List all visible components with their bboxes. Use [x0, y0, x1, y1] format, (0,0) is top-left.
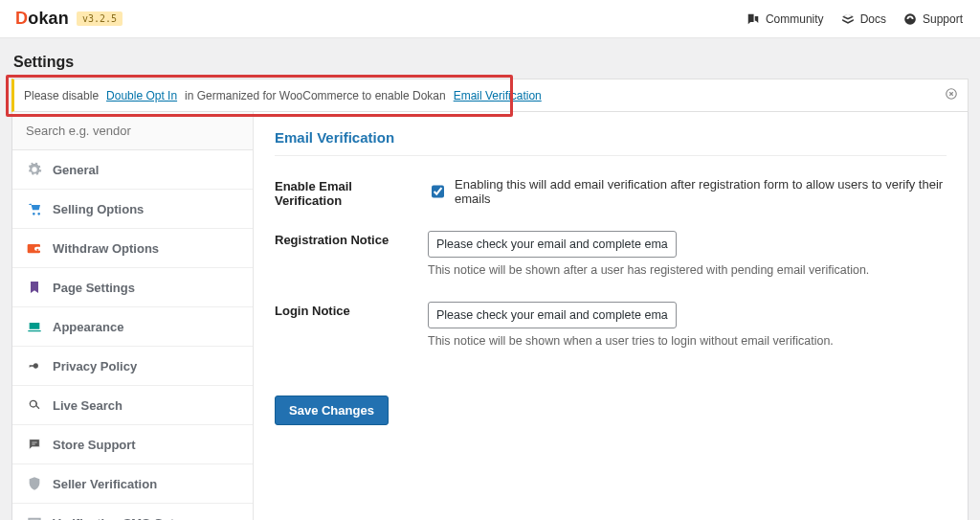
- notice-text-pre: Please disable: [24, 89, 99, 102]
- link-docs[interactable]: Docs: [841, 12, 886, 26]
- topbar: Dokan v3.2.5 Community Docs Support: [0, 0, 980, 38]
- enable-checkbox[interactable]: [432, 185, 444, 198]
- field-label-enable: Enable Email Verification: [275, 170, 428, 223]
- shield-icon: [26, 475, 43, 492]
- cart-icon: [26, 200, 43, 217]
- sidebar-item-selling-options[interactable]: Selling Options: [12, 190, 253, 229]
- enable-desc: Enabling this will add email verificatio…: [455, 177, 947, 206]
- support-icon: [903, 12, 917, 26]
- brand-logo: Dokan: [15, 9, 69, 29]
- sidebar-item-label: Appearance: [53, 320, 123, 334]
- link-support-label: Support: [923, 12, 963, 26]
- sidebar-item-label: Live Search: [53, 398, 122, 413]
- wallet-icon: [26, 239, 43, 257]
- field-label-registration: Registration Notice: [275, 223, 428, 294]
- docs-icon: [841, 12, 855, 26]
- sidebar-item-label: Seller Verification: [53, 477, 157, 491]
- login-notice-help: This notice will be shown when a user tr…: [428, 334, 947, 348]
- registration-notice-help: This notice will be shown after a user h…: [428, 263, 947, 277]
- notice-text-mid: in Germanized for WooCommerce to enable …: [185, 89, 446, 102]
- link-community-label: Community: [766, 12, 824, 26]
- sidebar-item-general[interactable]: General: [12, 150, 253, 190]
- header-links: Community Docs Support: [746, 12, 963, 26]
- settings-main: Email Verification Enable Email Verifica…: [254, 112, 968, 520]
- save-button[interactable]: Save Changes: [275, 396, 389, 425]
- sidebar-item-label: Store Support: [53, 438, 136, 452]
- enable-checkbox-wrap[interactable]: Enabling this will add email verificatio…: [428, 177, 947, 206]
- bookmark-icon: [26, 279, 43, 296]
- settings-sidebar: GeneralSelling OptionsWithdraw OptionsPa…: [12, 112, 254, 520]
- sidebar-item-privacy-policy[interactable]: Privacy Policy: [12, 347, 253, 386]
- notice-link-double-opt-in[interactable]: Double Opt In: [106, 89, 177, 102]
- sidebar-item-label: Privacy Policy: [53, 359, 137, 373]
- sidebar-item-page-settings[interactable]: Page Settings: [12, 268, 253, 307]
- sidebar-item-label: Selling Options: [53, 202, 144, 216]
- key-icon: [26, 357, 43, 374]
- sidebar-nav: GeneralSelling OptionsWithdraw OptionsPa…: [12, 150, 253, 520]
- section-title: Email Verification: [275, 129, 947, 156]
- link-docs-label: Docs: [860, 12, 886, 26]
- notice-link-email-verification[interactable]: Email Verification: [454, 89, 542, 102]
- search-icon: [26, 396, 43, 414]
- page: Settings Please disable Double Opt In in…: [0, 38, 980, 520]
- sidebar-item-label: Page Settings: [53, 281, 135, 295]
- sidebar-item-store-support[interactable]: Store Support: [12, 425, 253, 464]
- sidebar-item-withdraw-options[interactable]: Withdraw Options: [12, 229, 253, 268]
- sidebar-item-label: General: [53, 163, 99, 177]
- community-icon: [746, 12, 760, 26]
- brand-version-badge: v3.2.5: [77, 11, 122, 26]
- close-icon: [945, 87, 958, 101]
- sidebar-item-appearance[interactable]: Appearance: [12, 307, 253, 347]
- sidebar-item-label: Verification SMS Gateways: [53, 516, 212, 521]
- chat-icon: [26, 436, 43, 453]
- appearance-icon: [26, 318, 43, 335]
- settings-notice: Please disable Double Opt In in Germaniz…: [11, 79, 969, 112]
- link-support[interactable]: Support: [903, 12, 963, 26]
- login-notice-input[interactable]: [428, 302, 677, 328]
- sidebar-item-verification-sms-gateways[interactable]: Verification SMS Gateways: [12, 504, 253, 520]
- sidebar-search-input[interactable]: [12, 112, 253, 150]
- gear-icon: [26, 161, 43, 178]
- sidebar-item-label: Withdraw Options: [53, 241, 159, 256]
- sidebar-item-seller-verification[interactable]: Seller Verification: [12, 464, 253, 504]
- sidebar-item-live-search[interactable]: Live Search: [12, 386, 253, 425]
- link-community[interactable]: Community: [746, 12, 824, 26]
- settings-panel: GeneralSelling OptionsWithdraw OptionsPa…: [11, 112, 969, 520]
- notice-dismiss[interactable]: [945, 87, 958, 103]
- registration-notice-input[interactable]: [428, 231, 677, 258]
- brand: Dokan v3.2.5: [15, 9, 122, 29]
- page-title: Settings: [13, 54, 969, 71]
- field-label-login: Login Notice: [275, 294, 428, 365]
- envelope-icon: [26, 514, 43, 520]
